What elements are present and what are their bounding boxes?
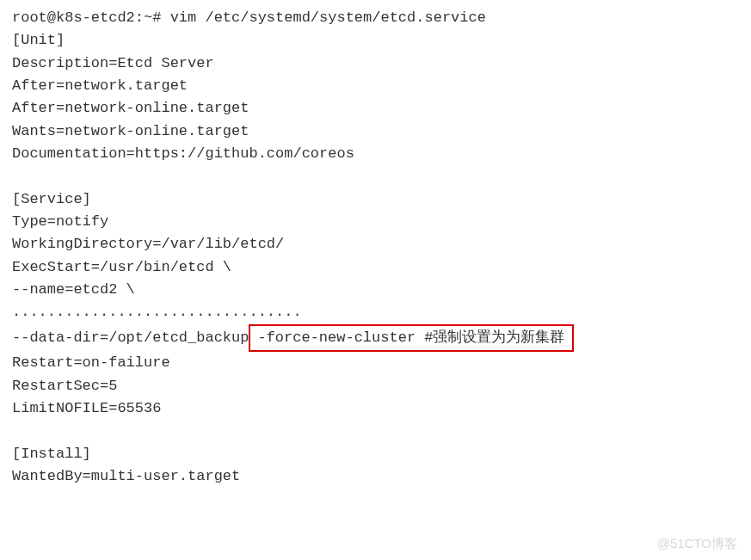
config-line: --name=etcd2 \ <box>12 279 739 301</box>
config-line: LimitNOFILE=65536 <box>12 397 739 420</box>
config-line: [Unit] <box>12 29 739 52</box>
config-line: RestartSec=5 <box>12 375 739 397</box>
highlight-box: -force-new-cluster #强制设置为为新集群 <box>249 324 573 352</box>
config-line: [Service] <box>12 188 739 211</box>
watermark: @51CTO博客 <box>657 533 737 553</box>
config-line: WantedBy=multi-user.target <box>12 465 739 488</box>
config-line: Description=Etcd Server <box>12 52 739 75</box>
config-line: Restart=on-failure <box>12 352 739 374</box>
config-line: ExecStart=/usr/bin/etcd \ <box>12 256 739 279</box>
blank-line <box>12 420 739 442</box>
config-line: [Install] <box>12 443 739 465</box>
config-line: WorkingDirectory=/var/lib/etcd/ <box>12 233 739 255</box>
config-line: After=network-online.target <box>12 97 739 120</box>
config-line: Wants=network-online.target <box>12 120 739 143</box>
blank-line <box>12 165 739 188</box>
terminal-line: root@k8s-etcd2:~# vim /etc/systemd/syste… <box>12 7 739 29</box>
config-text: --data-dir=/opt/etcd_backup <box>12 327 249 349</box>
config-line: After=network.target <box>12 75 739 97</box>
config-line: Type=notify <box>12 211 739 233</box>
config-line: Documentation=https://github.com/coreos <box>12 143 739 165</box>
config-line: ................................. <box>12 301 739 323</box>
config-line-highlighted: --data-dir=/opt/etcd_backup -force-new-c… <box>12 324 739 352</box>
